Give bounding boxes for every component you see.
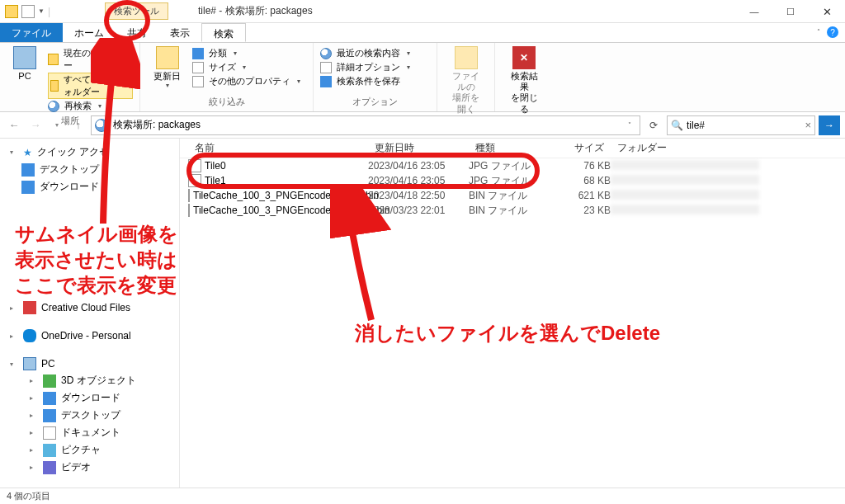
qat-item-icon[interactable] (21, 5, 35, 18)
contextual-tab-label: 検索ツール (105, 2, 168, 20)
file-name: Tile0 (205, 160, 226, 172)
file-size: 68 KB (553, 175, 611, 186)
advanced-options-button[interactable]: 詳細オプション▾ (320, 60, 430, 74)
sidebar-pc[interactable]: ▾PC (0, 356, 179, 372)
refresh-button[interactable]: ⟳ (644, 120, 663, 131)
search-go-button[interactable]: → (819, 115, 840, 135)
pictures-icon (43, 444, 56, 457)
file-row[interactable]: TileCache_100_3_PNGEncoded_Header.bin202… (180, 203, 845, 218)
collapse-ribbon-icon[interactable]: ˄ (817, 28, 820, 35)
file-name: TileCache_100_3_PNGEncoded_Header.bin (193, 205, 389, 216)
app-icon (5, 5, 18, 18)
tab-home[interactable]: ホーム (63, 23, 116, 42)
back-button[interactable]: ← (5, 116, 23, 134)
close-x-icon: ✕ (512, 46, 536, 69)
status-text: 4 個の項目 (7, 491, 50, 501)
pc-tree-icon (23, 357, 36, 370)
column-header-type[interactable]: 種類 (469, 141, 553, 155)
file-type: JPG ファイル (469, 174, 553, 188)
file-row[interactable]: Tile02023/04/16 23:05JPG ファイル76 KB (180, 158, 845, 173)
file-size: 23 KB (553, 205, 611, 216)
up-button[interactable]: ↑ (69, 116, 87, 134)
sidebar-creative-cloud[interactable]: ▸Creative Cloud Files (0, 299, 179, 316)
file-folder (611, 160, 845, 172)
column-header-date[interactable]: 更新日時 (368, 141, 469, 155)
forward-button[interactable]: → (26, 116, 45, 134)
sidebar-quick-access[interactable]: ▾★クイック アクセ (0, 144, 179, 161)
file-folder (611, 175, 845, 187)
file-name: Tile1 (205, 175, 226, 186)
search-box[interactable]: 🔍 tile# × (667, 115, 815, 135)
clear-search-button[interactable]: × (805, 119, 811, 131)
update-date-button[interactable]: 更新日 ▾ (147, 46, 187, 90)
file-date: 2023/04/18 22:50 (368, 190, 469, 201)
search-glyph-icon: 🔍 (671, 120, 683, 131)
recent-searches-button[interactable]: 最近の検索内容▾ (320, 46, 430, 60)
column-header-size[interactable]: サイズ (553, 141, 611, 155)
help-icon[interactable]: ? (827, 26, 838, 38)
save-search-button[interactable]: 検索条件を保存 (320, 74, 430, 88)
file-list-pane: 名前 更新日時 種類 サイズ フォルダー Tile02023/04/16 23:… (180, 139, 845, 488)
kind-button[interactable]: 分類▾ (192, 46, 300, 60)
column-header-folder[interactable]: フォルダー (611, 141, 845, 155)
minimize-button[interactable]: — (736, 0, 772, 23)
maximize-button[interactable]: ☐ (772, 0, 809, 23)
sidebar-item-downloads-pc[interactable]: ▸ダウンロード (0, 389, 179, 407)
current-folder-button[interactable]: 現在のフォルダー (48, 46, 133, 73)
sidebar-item-videos[interactable]: ▸ビデオ (0, 459, 179, 476)
documents-icon (43, 426, 56, 440)
tab-search[interactable]: 検索 (201, 23, 246, 42)
close-search-button[interactable]: ✕ 検索結果 を閉じる (502, 46, 546, 115)
file-icon (188, 174, 201, 187)
address-dropdown-icon[interactable]: ˅ (623, 121, 636, 129)
file-folder (611, 205, 845, 217)
ribbon-group-options: 最近の検索内容▾ 詳細オプション▾ 検索条件を保存 オプション (314, 43, 437, 111)
ribbon-group-open-location: ファイルの 場所を開く (437, 43, 495, 111)
open-file-location-button[interactable]: ファイルの 場所を開く (444, 46, 488, 115)
downloads-icon (21, 181, 35, 194)
ribbon-pc-button[interactable]: PC (7, 46, 43, 113)
column-header-name[interactable]: 名前 (188, 141, 368, 155)
group-label-refine: 絞り込み (147, 96, 306, 108)
qat-separator: | (48, 6, 50, 17)
sidebar-onedrive[interactable]: ▸OneDrive - Personal (0, 327, 179, 344)
size-icon (192, 62, 204, 73)
sidebar-item-desktop-pc[interactable]: ▸デスクトップ (0, 407, 179, 424)
file-row[interactable]: TileCache_100_3_PNGEncoded_Data.bin2023/… (180, 188, 845, 203)
search-location-icon (95, 119, 108, 132)
sidebar-item-downloads[interactable]: ダウンロード (0, 178, 179, 195)
onedrive-icon (23, 329, 36, 342)
properties-icon (192, 76, 204, 87)
file-icon (188, 159, 201, 172)
ribbon-group-close: ✕ 検索結果 を閉じる (495, 43, 553, 111)
sidebar-item-documents[interactable]: ▸ドキュメント (0, 424, 179, 441)
ribbon: PC 現在のフォルダー すべてのサブフォルダー 再検索▾ 場所 更新日 ▾ 分類… (0, 43, 845, 112)
advanced-icon (320, 62, 332, 73)
title-bar: ▼ | 検索ツール tile# - 検索場所: packages — ☐ ✕ (0, 0, 845, 23)
all-subfolders-button[interactable]: すべてのサブフォルダー (48, 73, 133, 99)
kind-icon (192, 48, 204, 59)
sidebar-item-3d-objects[interactable]: ▸3D オブジェクト (0, 372, 179, 389)
qat-dropdown-icon[interactable]: ▼ (38, 7, 45, 15)
search-value: tile# (687, 120, 705, 131)
sidebar-item-pictures[interactable]: ▸ピクチャ (0, 441, 179, 459)
file-row[interactable]: Tile12023/04/16 23:05JPG ファイル68 KB (180, 173, 845, 188)
desktop-icon (21, 163, 35, 177)
tab-file[interactable]: ファイル (0, 23, 63, 42)
close-button[interactable]: ✕ (809, 0, 845, 23)
file-size: 76 KB (553, 160, 611, 172)
sidebar-item-desktop[interactable]: デスクトップ (0, 161, 179, 178)
search-again-button[interactable]: 再検索▾ (48, 99, 133, 113)
other-properties-button[interactable]: その他のプロパティ▾ (192, 74, 300, 88)
address-text: 検索場所: packages (113, 118, 201, 132)
file-type: BIN ファイル (469, 204, 553, 218)
file-date: 2023/04/16 23:05 (368, 160, 469, 172)
column-headers: 名前 更新日時 種類 サイズ フォルダー (180, 139, 845, 158)
tab-view[interactable]: 表示 (158, 23, 201, 42)
recent-locations-button[interactable]: ▾ (48, 116, 66, 134)
address-box[interactable]: 検索場所: packages ˅ (91, 115, 640, 135)
file-name: TileCache_100_3_PNGEncoded_Data.bin (193, 190, 379, 201)
tab-share[interactable]: 共有 (116, 23, 158, 42)
size-button[interactable]: サイズ▾ (192, 60, 300, 74)
recent-icon (320, 48, 332, 59)
